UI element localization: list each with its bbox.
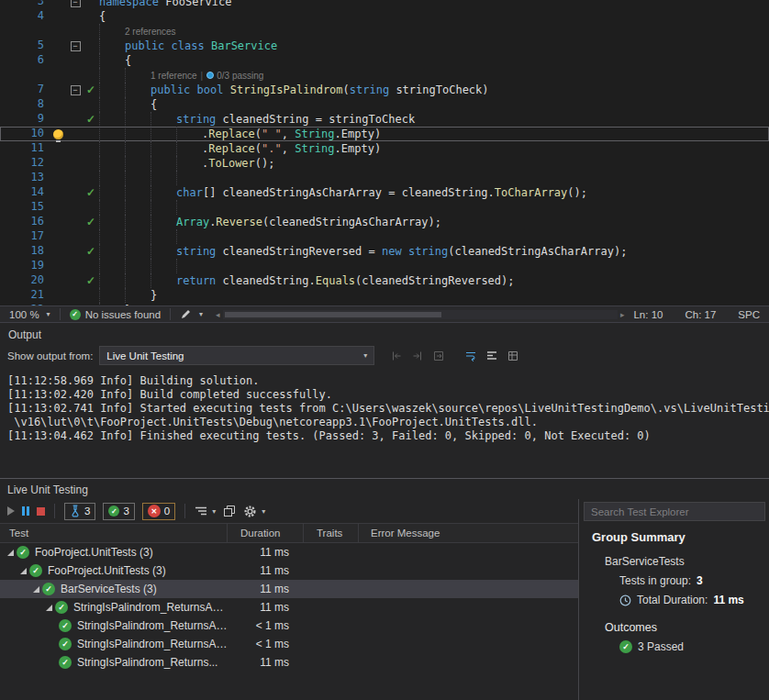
word-wrap-icon[interactable] <box>460 347 481 365</box>
clear-all-icon[interactable] <box>481 347 502 365</box>
settings-button[interactable]: ▾ <box>243 505 265 518</box>
editor-marks-menu[interactable]: ▾ <box>176 306 206 322</box>
scroll-left-icon[interactable]: ◂ <box>216 310 220 319</box>
failed-tests-filter[interactable]: 0 <box>142 503 175 520</box>
test-name: StringIsPalindrom_ReturnsAs... <box>77 619 228 632</box>
code-line[interactable]: 12.ToLower(); <box>0 156 769 171</box>
glyph-margin <box>48 171 68 185</box>
code-line[interactable]: 7−✓public bool StringIsPalindrom(string … <box>0 83 769 97</box>
search-input[interactable] <box>584 502 765 521</box>
code-line[interactable]: 17 <box>0 229 769 244</box>
code-editor[interactable]: 3−namespace FooService4{2 references5−pu… <box>0 0 769 306</box>
passed-tests-filter[interactable]: 3 <box>103 503 134 520</box>
caret-position: Ln: 10 Ch: 17 SPC <box>633 309 760 320</box>
stop-tests-button[interactable] <box>37 507 45 516</box>
test-passed-icon <box>59 656 72 669</box>
line-number: 21 <box>0 288 48 303</box>
go-to-source-icon[interactable] <box>428 347 449 365</box>
code-line[interactable]: 6{ <box>0 53 769 68</box>
glyph-margin <box>48 39 68 53</box>
output-log[interactable]: [11:12:58.969 Info] Building solution.[1… <box>0 368 769 443</box>
test-row[interactable]: StringIsPalindrom_ReturnsAsDe...11 ms <box>0 598 578 617</box>
test-row[interactable]: StringIsPalindrom_ReturnsAs...< 1 ms <box>0 617 578 635</box>
codelens-references[interactable]: 2 references <box>125 27 176 37</box>
codelens-test-status[interactable]: 0/3 passing <box>217 71 263 81</box>
outlining-margin: − <box>68 39 83 53</box>
code-line[interactable]: 13 <box>0 171 769 185</box>
scroll-right-icon[interactable]: ▸ <box>620 310 625 319</box>
collapse-region-icon[interactable]: − <box>71 85 81 95</box>
test-name: StringIsPalindrom_ReturnsAsDe... <box>73 601 228 614</box>
code-line[interactable]: 2 references <box>0 24 769 39</box>
code-line[interactable]: 16✓Array.Reverse(cleanedStringAsCharArra… <box>0 215 769 229</box>
collapse-region-icon[interactable]: − <box>71 41 81 51</box>
code-line[interactable]: 10.Replace(" ", String.Empty) <box>0 127 769 141</box>
column-traits[interactable]: Traits <box>304 524 359 542</box>
code-line[interactable]: 15 <box>0 200 769 215</box>
test-coverage-margin <box>83 97 99 112</box>
test-cell: StringIsPalindrom_Returns... <box>0 656 228 669</box>
test-duration: 11 ms <box>228 583 304 595</box>
test-duration: < 1 ms <box>228 638 304 650</box>
coverage-pass-icon: ✓ <box>86 274 95 287</box>
code-text: return cleanedString.Equals(cleanedStrin… <box>99 273 769 288</box>
collapse-region-icon[interactable]: − <box>71 0 81 7</box>
group-by-button[interactable]: ▾ <box>195 505 216 517</box>
line-number: 17 <box>0 229 48 244</box>
code-line[interactable]: 1 reference|0/3 passing <box>0 68 769 83</box>
codelens-test-icon <box>206 72 214 79</box>
code-line[interactable]: 3−namespace FooService <box>0 0 769 9</box>
total-tests-filter[interactable]: 3 <box>64 503 95 520</box>
code-line[interactable]: 14✓char[] cleanedStringAsCharArray = cle… <box>0 185 769 200</box>
expander-icon[interactable] <box>33 586 39 593</box>
test-row[interactable]: FooProject.UnitTests (3)11 ms <box>0 543 578 561</box>
code-line[interactable]: 4{ <box>0 9 769 24</box>
test-cell: BarServiceTests (3) <box>0 583 228 595</box>
code-text: string cleanedStringReversed = new strin… <box>99 244 769 259</box>
horizontal-scrollbar[interactable]: ◂ ▸ <box>216 310 624 319</box>
column-test[interactable]: Test <box>0 524 228 542</box>
glyph-margin <box>48 97 68 112</box>
code-line[interactable]: 20✓return cleanedString.Equals(cleanedSt… <box>0 273 769 288</box>
outlining-margin: − <box>68 0 83 9</box>
test-row[interactable]: FooProject.UnitTests (3)11 ms <box>0 561 578 580</box>
zoom-control[interactable]: 100 % ▾ <box>6 306 54 322</box>
test-row[interactable]: BarServiceTests (3)11 ms <box>0 580 578 598</box>
glyph-margin <box>48 68 68 83</box>
outlining-margin <box>68 97 83 112</box>
coverage-pass-icon: ✓ <box>86 216 95 228</box>
test-coverage-margin: ✓ <box>83 185 99 200</box>
layers-button[interactable] <box>223 505 236 517</box>
column-error-message[interactable]: Error Message <box>359 524 578 542</box>
code-line[interactable]: 18✓string cleanedStringReversed = new st… <box>0 244 769 259</box>
code-line[interactable]: 8{ <box>0 97 769 112</box>
expander-icon[interactable] <box>7 550 14 556</box>
codelens-line: 1 reference|0/3 passing <box>99 68 769 83</box>
code-line[interactable]: 19 <box>0 259 769 273</box>
previous-message-icon[interactable] <box>385 347 407 365</box>
next-message-icon[interactable] <box>407 347 428 365</box>
scrollbar-thumb[interactable] <box>225 312 442 317</box>
code-line[interactable]: 9✓string cleanedString = stringToCheck <box>0 112 769 127</box>
test-coverage-margin <box>83 200 99 215</box>
expander-icon[interactable] <box>46 605 52 611</box>
test-row[interactable]: StringIsPalindrom_ReturnsAs...< 1 ms <box>0 635 578 653</box>
spaces-indicator[interactable]: SPC <box>738 309 760 320</box>
expander-icon[interactable] <box>20 568 27 574</box>
run-tests-button[interactable] <box>7 506 15 516</box>
code-line[interactable]: 11.Replace(".", String.Empty) <box>0 141 769 156</box>
lightbulb-icon[interactable] <box>53 129 63 139</box>
code-text: public class BarService <box>99 39 769 53</box>
toggle-autoscroll-icon[interactable] <box>502 347 523 365</box>
total-duration-label: Total Duration: <box>637 594 708 606</box>
column-duration[interactable]: Duration <box>228 524 304 542</box>
pause-tests-button[interactable] <box>22 506 29 516</box>
test-row[interactable]: StringIsPalindrom_Returns...11 ms <box>0 653 578 672</box>
code-line[interactable]: 21} <box>0 288 769 303</box>
codelens-line: 2 references <box>99 24 769 39</box>
codelens-references[interactable]: 1 reference <box>150 71 197 81</box>
scrollbar-track[interactable] <box>223 310 618 319</box>
output-source-dropdown[interactable]: Live Unit Testing ▾ <box>99 346 374 365</box>
code-line[interactable]: 5−public class BarService <box>0 39 769 53</box>
document-health-indicator[interactable]: No issues found <box>66 306 164 322</box>
